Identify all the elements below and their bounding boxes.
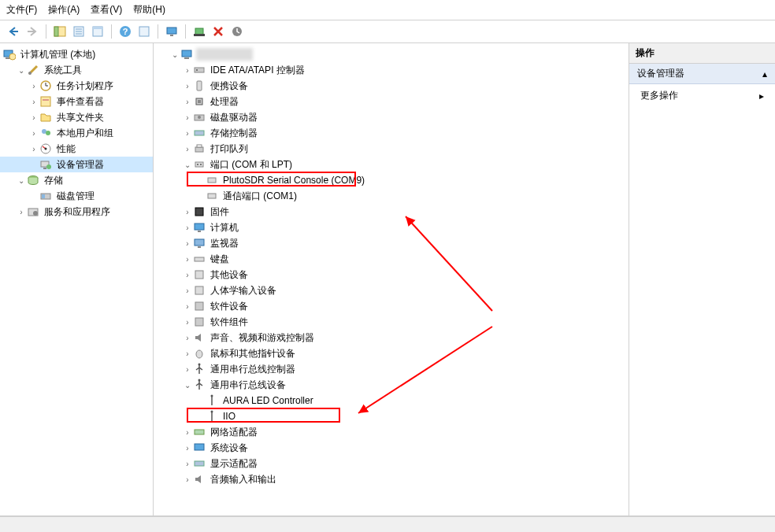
menu-view[interactable]: 查看(V) (91, 3, 122, 17)
device-tree[interactable]: ⌄ ████████ ›IDE ATA/ATAPI 控制器 ›便携设备 ›处理器… (154, 43, 629, 515)
expand-icon[interactable]: › (182, 271, 193, 279)
expand-icon[interactable]: › (16, 208, 27, 216)
tree-storage[interactable]: ⌄ 存储 (0, 172, 153, 188)
tree-task-scheduler[interactable]: › 任务计划程序 (0, 78, 153, 94)
tree-device-manager[interactable]: 设备管理器 (0, 157, 153, 172)
update-driver-button[interactable] (228, 23, 246, 40)
svg-rect-58 (198, 246, 201, 248)
expand-icon[interactable]: › (182, 302, 193, 311)
expand-icon[interactable]: › (182, 113, 193, 122)
svg-rect-47 (195, 147, 203, 152)
expand-icon[interactable]: › (182, 98, 193, 106)
expand-icon[interactable]: › (28, 82, 39, 91)
expand-icon[interactable]: ⌄ (169, 50, 180, 59)
tree-disk-mgmt[interactable]: 磁盘管理 (0, 188, 153, 204)
dev-other[interactable]: ›其他设备 (154, 267, 629, 283)
tree-system-tools[interactable]: ⌄ 系统工具 (0, 62, 153, 78)
tree-label: 本地用户和组 (55, 126, 115, 141)
scan-hardware-button[interactable] (191, 23, 208, 40)
expand-icon[interactable]: › (182, 428, 193, 437)
dev-network[interactable]: ›网络适配器 (154, 424, 629, 440)
monitor-icon (193, 221, 206, 234)
tree-performance[interactable]: › 性能 (0, 141, 153, 157)
expand-icon[interactable]: › (28, 129, 39, 138)
dev-pluto[interactable]: PlutoSDR Serial Console (COM9) (154, 172, 629, 188)
expand-icon[interactable]: › (28, 98, 39, 106)
dev-computer[interactable]: ›计算机 (154, 220, 629, 235)
dev-portable[interactable]: ›便携设备 (154, 78, 629, 94)
expand-icon[interactable]: › (28, 145, 39, 153)
dev-software[interactable]: ›软件设备 (154, 298, 629, 314)
dev-ports[interactable]: ⌄端口 (COM 和 LPT) (154, 157, 629, 172)
dev-aura[interactable]: AURA LED Controller (154, 393, 629, 408)
expand-icon[interactable]: › (28, 113, 39, 122)
actions-more[interactable]: 更多操作 ▸ (629, 84, 775, 107)
expand-icon[interactable]: › (182, 129, 193, 138)
menu-help[interactable]: 帮助(H) (133, 3, 165, 17)
tree-shared-folders[interactable]: › 共享文件夹 (0, 109, 153, 125)
dev-usb-ctrl[interactable]: ›通用串行总线控制器 (154, 361, 629, 377)
dev-monitors[interactable]: ›监视器 (154, 235, 629, 251)
menu-action[interactable]: 操作(A) (48, 3, 80, 17)
expand-icon[interactable]: › (182, 444, 193, 453)
dev-root-computer[interactable]: ⌄ ████████ (154, 46, 629, 62)
dev-mice[interactable]: ›鼠标和其他指针设备 (154, 345, 629, 361)
dev-hid[interactable]: ›人体学输入设备 (154, 283, 629, 298)
expand-icon[interactable]: › (182, 365, 193, 374)
tree-local-users[interactable]: › 本地用户和组 (0, 125, 153, 141)
expand-icon[interactable]: › (182, 239, 193, 248)
dev-usb-dev[interactable]: ⌄通用串行总线设备 (154, 377, 629, 393)
tree-root[interactable]: 计算机管理 (本地) (0, 46, 153, 62)
expand-icon[interactable]: ⌄ (16, 66, 27, 75)
expand-icon[interactable]: › (182, 145, 193, 153)
expand-icon[interactable]: ⌄ (16, 176, 27, 185)
expand-icon[interactable]: › (182, 334, 193, 342)
dev-disk-drives[interactable]: ›磁盘驱动器 (154, 109, 629, 125)
actions-panel-title[interactable]: 设备管理器 ▴ (629, 64, 775, 84)
dev-ide[interactable]: ›IDE ATA/ATAPI 控制器 (154, 62, 629, 78)
dev-print-queues[interactable]: ›打印队列 (154, 141, 629, 157)
details-button[interactable] (89, 23, 106, 40)
console-tree[interactable]: 计算机管理 (本地) ⌄ 系统工具 › 任务计划程序 › 事件查看器 › 共享文… (0, 43, 154, 515)
tree-services[interactable]: › 服务和应用程序 (0, 204, 153, 220)
expand-icon[interactable]: › (182, 318, 193, 327)
expand-icon[interactable]: › (182, 82, 193, 91)
expand-icon[interactable]: › (182, 460, 193, 468)
uninstall-button[interactable] (210, 23, 227, 40)
expand-icon[interactable]: › (182, 475, 193, 484)
expand-icon[interactable]: › (182, 255, 193, 264)
tree-event-viewer[interactable]: › 事件查看器 (0, 94, 153, 109)
dev-keyboards[interactable]: ›键盘 (154, 251, 629, 267)
expand-icon[interactable]: › (182, 286, 193, 295)
expand-icon[interactable]: › (182, 66, 193, 75)
help-button[interactable]: ? (117, 23, 134, 40)
show-hide-tree-button[interactable] (51, 23, 69, 40)
dev-com1[interactable]: 通信端口 (COM1) (154, 188, 629, 204)
svg-rect-37 (182, 50, 191, 57)
dev-audio[interactable]: ›音频输入和输出 (154, 471, 629, 487)
dev-display[interactable]: ›显示适配器 (154, 456, 629, 471)
expand-icon[interactable]: ⌄ (182, 381, 193, 390)
expand-icon[interactable]: › (182, 224, 193, 232)
refresh-button[interactable] (135, 23, 153, 40)
dev-software-comp[interactable]: ›软件组件 (154, 314, 629, 330)
dev-iio[interactable]: IIO (154, 408, 629, 424)
properties-button[interactable] (70, 23, 87, 40)
svg-rect-62 (195, 302, 203, 310)
expand-icon[interactable]: ⌄ (182, 161, 193, 169)
menu-file[interactable]: 文件(F) (6, 3, 37, 17)
expand-icon[interactable]: › (182, 349, 193, 358)
tree-label: 通用串行总线控制器 (209, 362, 297, 377)
monitor-button[interactable] (163, 23, 180, 40)
dev-processors[interactable]: ›处理器 (154, 94, 629, 109)
collapse-icon[interactable]: ▴ (762, 68, 767, 79)
dev-system[interactable]: ›系统设备 (154, 440, 629, 456)
dev-sound[interactable]: ›声音、视频和游戏控制器 (154, 330, 629, 345)
svg-rect-13 (195, 28, 203, 35)
actions-pane: 操作 设备管理器 ▴ 更多操作 ▸ (629, 43, 775, 515)
back-button[interactable] (5, 23, 22, 40)
dev-firmware[interactable]: ›固件 (154, 204, 629, 220)
forward-button[interactable] (24, 23, 41, 40)
expand-icon[interactable]: › (182, 208, 193, 216)
dev-storage-ctrl[interactable]: ›存储控制器 (154, 125, 629, 141)
